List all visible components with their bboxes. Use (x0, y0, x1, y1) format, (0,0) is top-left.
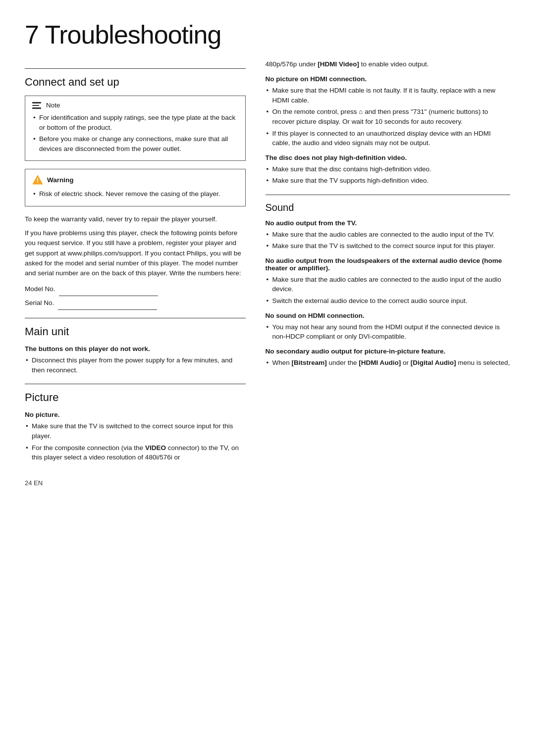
page-title: 7 Troubleshooting (25, 20, 510, 50)
sound-hdmi-list: You may not hear any sound from the HDMI… (266, 322, 511, 342)
hdmi-picture-list: Make sure that the HDMI cable is not fau… (266, 86, 511, 148)
body-para-1: To keep the warranty valid, never try to… (25, 214, 246, 224)
video-output-text: 480p/576p under [HDMI Video] to enable v… (266, 59, 511, 69)
secondary-audio-list: When [Bitstream] under the [HDMI Audio] … (266, 358, 511, 368)
disc-heading: The disc does not play high-definition v… (266, 154, 511, 161)
sound-speakers-item-2: Switch the external audio device to the … (266, 296, 511, 306)
hdmi-item-3: If this player is connected to an unauth… (266, 129, 511, 148)
main-unit-item-1: Disconnect this player from the power su… (25, 355, 246, 375)
body-para-2: If you have problems using this player, … (25, 228, 246, 278)
warning-icon: ! (32, 174, 43, 185)
sound-speakers-item-1: Make sure that the audio cables are conn… (266, 275, 511, 294)
picture-item-1: Make sure that the TV is switched to the… (25, 421, 246, 441)
sound-speakers-list: Make sure that the audio cables are conn… (266, 275, 511, 306)
digital-audio-bold: [Digital Audio] (411, 359, 456, 366)
page-footer: 24 EN (25, 479, 510, 487)
picture-divider (25, 384, 246, 384)
warning-box: ! Warning Risk of electric shock. Never … (25, 169, 246, 206)
hdmi-audio-bold: [HDMI Audio] (359, 359, 401, 366)
main-unit-list: Disconnect this player from the power su… (25, 355, 246, 375)
model-underline (59, 282, 158, 296)
picture-heading: Picture (25, 391, 246, 404)
main-unit-divider (25, 318, 246, 318)
sound-hdmi-item-1: You may not hear any sound from the HDMI… (266, 322, 511, 342)
no-picture-sub-heading: No picture. (25, 411, 246, 418)
warning-list: Risk of electric shock. Never remove the… (32, 189, 238, 199)
connect-divider (25, 68, 246, 69)
serial-underline (58, 296, 157, 310)
model-serial-section: Model No. Serial No. (25, 282, 246, 310)
picture-list: Make sure that the TV is switched to the… (25, 421, 246, 462)
bitstream-bold: [Bitstream] (292, 359, 327, 366)
secondary-audio-item-1: When [Bitstream] under the [HDMI Audio] … (266, 358, 511, 368)
connect-section-heading: Connect and set up (25, 76, 246, 89)
note-box: Note For identification and supply ratin… (25, 96, 246, 161)
note-list: For identification and supply ratings, s… (32, 113, 238, 153)
hdmi-item-2: On the remote control, press ⌂ and then … (266, 107, 511, 126)
note-icon (32, 101, 42, 109)
warning-item-1: Risk of electric shock. Never remove the… (32, 189, 238, 199)
note-item-1: For identification and supply ratings, s… (32, 113, 238, 132)
sound-tv-heading: No audio output from the TV. (266, 219, 511, 227)
disc-list: Make sure that the disc contains high-de… (266, 164, 511, 186)
hdmi-picture-heading: No picture on HDMI connection. (266, 75, 511, 83)
sound-tv-list: Make sure that the audio cables are conn… (266, 230, 511, 251)
hdmi-video-bold: [HDMI Video] (318, 60, 359, 68)
sound-section-heading: Sound (266, 202, 511, 213)
sound-speakers-heading: No audio output from the loudspeakers of… (266, 257, 511, 272)
sound-hdmi-heading: No sound on HDMI connection. (266, 312, 511, 319)
main-unit-sub-heading: The buttons on this player do not work. (25, 345, 246, 353)
hdmi-item-1: Make sure that the HDMI cable is not fau… (266, 86, 511, 105)
svg-text:!: ! (37, 177, 39, 184)
picture-item-2: For the composite connection (via the VI… (25, 443, 246, 462)
disc-item-2: Make sure that the TV supports high-defi… (266, 176, 511, 186)
secondary-audio-heading: No secondary audio output for picture-in… (266, 348, 511, 355)
warning-label: Warning (47, 176, 74, 184)
disc-item-1: Make sure that the disc contains high-de… (266, 164, 511, 174)
sound-divider (266, 195, 511, 195)
note-item-2: Before you make or change any connection… (32, 134, 238, 153)
warning-header: ! Warning (32, 174, 238, 185)
note-label: Note (46, 101, 60, 109)
sound-tv-item-2: Make sure that the TV is switched to the… (266, 241, 511, 251)
model-no-line: Model No. (25, 282, 246, 296)
main-unit-heading: Main unit (25, 325, 246, 338)
video-bold: VIDEO (145, 444, 166, 452)
serial-no-line: Serial No. (25, 296, 246, 310)
note-header: Note (32, 101, 238, 109)
sound-tv-item-1: Make sure that the audio cables are conn… (266, 230, 511, 240)
